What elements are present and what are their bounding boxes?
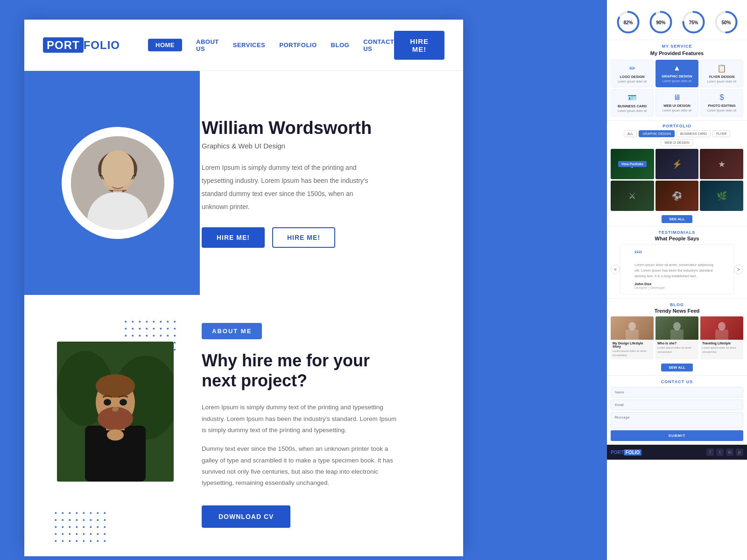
social-pinterest-icon[interactable]: p (736, 448, 743, 456)
blog-title: Trendy News Feed (611, 308, 743, 314)
service-business-desc: Lorem ipsum dolor sit (613, 109, 651, 112)
avatar-inner (71, 136, 164, 230)
nav-contact[interactable]: CONTACT US (363, 38, 394, 52)
service-logo-name: LOGO DESIGN (613, 75, 651, 79)
hire-me-primary-button[interactable]: HIRE ME! (202, 227, 265, 248)
blog-person-1 (624, 316, 641, 340)
svg-point-2 (101, 155, 134, 192)
about-photo-svg (57, 342, 174, 482)
avatar-container (62, 127, 174, 239)
contact-message-textarea[interactable] (611, 412, 743, 428)
portfolio-item-2: ⚡ (655, 149, 699, 179)
blog-title-1: My Design Lifestyle Story (613, 342, 652, 348)
skill-circle-1: 82% (615, 9, 641, 35)
contact-email-input[interactable] (611, 399, 743, 410)
about-heading: Why hire me for your next project? (202, 350, 444, 391)
hire-me-header-button[interactable]: HIRE ME! (394, 31, 444, 60)
about-text-2: Dummy text ever since the 1500s, when an… (202, 443, 398, 489)
blog-person-2 (669, 316, 685, 340)
blog-title-2: Who is she? (657, 342, 697, 345)
filter-tabs: ALL GRAPHIC DESIGN BUSINESS CARD FLYER W… (611, 130, 743, 146)
portfolio-label: PORTFOLIO (611, 124, 743, 128)
avatar-outer (62, 127, 174, 239)
svg-point-21 (104, 399, 111, 406)
blog-body-1 (626, 329, 639, 340)
portfolio-item-1: ◆ View Portfolio (611, 149, 654, 179)
card-icon: 🪪 (613, 93, 651, 102)
logo: PORTFOLIO (43, 39, 120, 52)
contact-label: CONTACT US (611, 379, 743, 384)
filter-biz-card[interactable]: BUSINESS CARD (677, 130, 711, 137)
hero-section: William Wordsworth Graphics & Web UI Des… (24, 71, 463, 295)
skills-row: 82% 90% 75% 50% (607, 0, 747, 40)
svg-text:75%: 75% (689, 20, 698, 25)
blog-card-3: Traveling Lifestyle Lorem ipsum dolor si… (700, 316, 743, 359)
about-me-badge: ABOUT ME (202, 323, 262, 339)
testimonial-prev-button[interactable]: < (611, 265, 620, 274)
blog-label: BLOG (611, 302, 743, 307)
skill-svg-1: 82% (615, 9, 641, 35)
portfolio-icon-5: ⚽ (672, 191, 682, 201)
monitor-icon: 🖥 (658, 93, 696, 102)
blog-text-2: Lorem ipsum dolor sit amet consectetur (657, 346, 697, 354)
services-label: MY SERVICE (611, 44, 743, 49)
service-business-card: 🪪 BUSINESS CARD Lorem ipsum dolor sit (611, 89, 654, 117)
blog-see-all: SEW ALL (611, 362, 743, 371)
filter-flyer[interactable]: FLYER (712, 130, 730, 137)
testimonial-quote-icon: ““ (634, 249, 719, 260)
nav-about[interactable]: ABOUT US (196, 38, 219, 52)
header: PORTFOLIO HOME ABOUT US SERVICES PORTFOL… (24, 20, 463, 71)
testimonials-section: TESTIMONIALS What People Says ““ Lorem i… (607, 226, 747, 298)
filter-all[interactable]: ALL (624, 130, 637, 137)
portfolio-item-3: ★ (700, 149, 743, 179)
see-all-button[interactable]: SEE ALL (662, 215, 692, 223)
document-icon: 📋 (703, 64, 741, 73)
testimonial-card: ““ Lorem ipsum dolor sit amet, consectet… (620, 244, 734, 294)
services-section: MY SERVICE My Provided Features ✏ LOGO D… (607, 40, 747, 120)
testimonial-next-button[interactable]: > (734, 265, 743, 274)
skill-circle-3: 75% (681, 9, 706, 35)
nav-blog[interactable]: BLOG (331, 42, 350, 49)
about-image-col (43, 323, 174, 538)
avatar-face (71, 136, 164, 230)
svg-point-22 (120, 399, 127, 406)
blog-body-3 (715, 329, 728, 340)
right-panel: 82% 90% 75% 50% MY SERVI (607, 0, 747, 560)
svg-text:90%: 90% (656, 20, 665, 25)
testimonials-label: TESTIMONIALS (611, 230, 743, 235)
download-cv-button[interactable]: DOWNLOAD CV (202, 505, 290, 528)
hero-name: William Wordsworth (202, 118, 463, 138)
service-logo-desc: Lorem ipsum dolor sit (613, 80, 651, 83)
social-linkedin-icon[interactable]: in (726, 448, 733, 456)
blog-grid: My Design Lifestyle Story Lorem ipsum do… (611, 316, 743, 359)
nav-services[interactable]: SERVICES (233, 42, 266, 49)
social-facebook-icon[interactable]: f (706, 448, 714, 456)
dollar-icon: $ (703, 93, 741, 102)
hero-content: William Wordsworth Graphics & Web UI Des… (202, 118, 463, 248)
right-footer: PORTFOLIO f t in p (607, 445, 747, 460)
filter-web[interactable]: WEB UI DESIGN (661, 139, 693, 146)
avatar-svg (71, 136, 164, 230)
social-twitter-icon[interactable]: t (716, 448, 724, 456)
blog-thumb-1 (611, 316, 654, 340)
dots-bottom-left (52, 510, 108, 547)
view-portfolio-button[interactable]: View Portfolio (618, 161, 647, 167)
skill-circle-4: 50% (713, 9, 739, 35)
skill-svg-2: 90% (648, 9, 674, 35)
hire-me-outline-button[interactable]: HIRE ME! (272, 227, 335, 248)
skill-circle-2: 90% (648, 9, 674, 35)
nav-portfolio[interactable]: PORTFOLIO (279, 42, 317, 49)
about-text-1: Lorem Ipsum is simply dummy text of the … (202, 402, 398, 436)
blog-see-all-button[interactable]: SEW ALL (661, 364, 693, 371)
hero-description: Lorem Ipsum is simply dummy text of the … (202, 161, 379, 213)
service-web-ui: 🖥 WEB UI DESIGN Lorem ipsum dolor sit (655, 89, 698, 117)
service-flyer-desc: Lorem ipsum dolor sit (703, 80, 741, 83)
blog-body-2 (670, 329, 684, 340)
triangle-icon: ▲ (658, 64, 696, 72)
nav-home[interactable]: HOME (148, 39, 182, 51)
blog-card-1: My Design Lifestyle Story Lorem ipsum do… (611, 316, 654, 359)
contact-name-input[interactable] (611, 387, 743, 398)
filter-graphic[interactable]: GRAPHIC DESIGN (639, 130, 675, 137)
contact-submit-button[interactable]: SUBMIT (611, 430, 743, 441)
svg-rect-4 (121, 173, 133, 179)
